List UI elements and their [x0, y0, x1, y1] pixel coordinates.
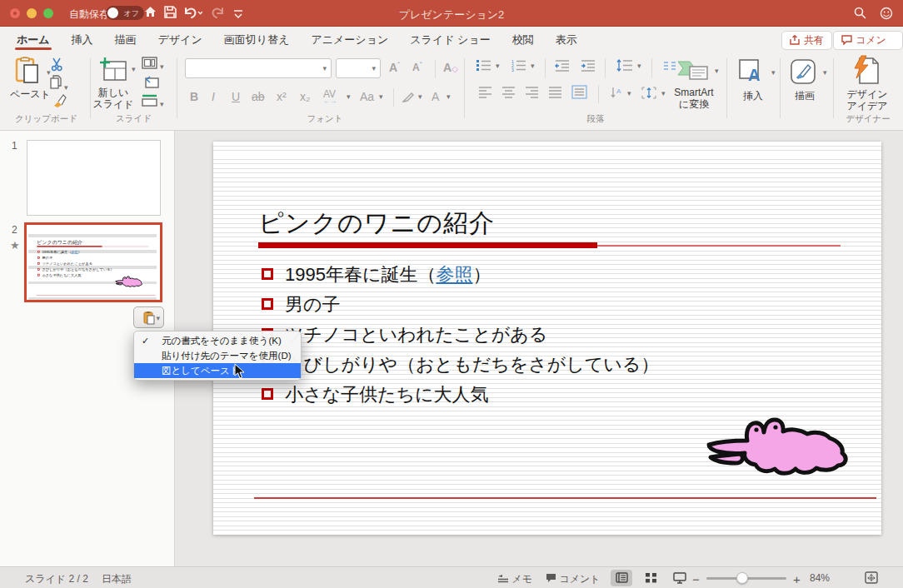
- notes-label: メモ: [511, 573, 532, 585]
- crocodile-drawing[interactable]: [704, 410, 856, 486]
- menu-item-label: 図としてペースト: [162, 366, 240, 376]
- insert-chevron-icon[interactable]: ▾: [771, 68, 776, 77]
- font-color-button[interactable]: A: [432, 90, 439, 103]
- bullet-2-text: 男の子: [285, 292, 341, 317]
- bullets-chevron-icon[interactable]: ▾: [496, 62, 500, 70]
- language-indicator[interactable]: 日本語: [102, 572, 132, 586]
- columns-icon[interactable]: [663, 61, 676, 73]
- menu-item-keep-source-formatting[interactable]: ✓元の書式をそのまま使う(K): [134, 333, 301, 348]
- section-icon[interactable]: ▾: [142, 94, 164, 109]
- reset-slide-icon[interactable]: [143, 76, 159, 91]
- smartart-label-line2: に変換: [666, 98, 721, 110]
- character-spacing-button[interactable]: AV←→: [323, 88, 337, 105]
- smartart-chevron-icon[interactable]: ▾: [715, 67, 719, 75]
- tab-home[interactable]: ホーム: [12, 27, 55, 52]
- change-case-button[interactable]: Aa: [360, 90, 374, 103]
- text-direction-chevron-icon[interactable]: ▾: [627, 89, 631, 97]
- insert-button[interactable]: A▾: [738, 58, 766, 87]
- paste-options-button[interactable]: ▾: [133, 306, 164, 328]
- zoom-slider-thumb[interactable]: [736, 572, 748, 584]
- line-spacing-icon[interactable]: [616, 59, 633, 74]
- slide-2-thumbnail[interactable]: ピンクのワニの紹介 1995年春に誕生（参照） 男の子 ツチノコといわれたことが…: [24, 222, 162, 302]
- superscript-button[interactable]: x²: [277, 90, 287, 103]
- underline-button[interactable]: U: [232, 90, 240, 103]
- paste-button[interactable]: ▾: [15, 57, 40, 87]
- draw-button[interactable]: ▾: [790, 58, 818, 87]
- slide[interactable]: ピンクのワニの紹介 1995年春に誕生（参照） 男の子 ツチノコといわれたことが…: [213, 142, 881, 535]
- tab-transitions[interactable]: 画面切り替え: [219, 27, 295, 52]
- numbering-chevron-icon[interactable]: ▾: [531, 62, 535, 70]
- mini-separator: [393, 88, 394, 107]
- design-ideas-button[interactable]: [851, 55, 880, 89]
- strikethrough-button[interactable]: ab: [252, 90, 265, 103]
- grow-font-button[interactable]: Aˆ: [389, 61, 400, 74]
- smartart-button[interactable]: ▾: [676, 58, 710, 84]
- slide-title[interactable]: ピンクのワニの紹介: [258, 207, 495, 241]
- paste-options-chevron-icon[interactable]: ▾: [156, 314, 160, 322]
- menu-item-paste-as-picture[interactable]: 図としてペースト: [134, 363, 301, 378]
- new-slide-button[interactable]: ▾: [98, 57, 127, 84]
- bullet-1-link[interactable]: 参照: [436, 264, 472, 285]
- tab-draw[interactable]: 描画: [110, 27, 142, 52]
- font-size-combobox[interactable]: ▾: [336, 58, 381, 78]
- highlight-pen-chevron-icon[interactable]: ▾: [418, 92, 422, 101]
- notes-button[interactable]: メモ: [497, 572, 532, 586]
- font-name-combobox[interactable]: ▾: [185, 58, 332, 78]
- bold-button[interactable]: B: [190, 90, 198, 103]
- font-color-chevron-icon[interactable]: ▾: [447, 92, 451, 101]
- tab-view[interactable]: 表示: [551, 27, 582, 52]
- transition-star-icon[interactable]: ★: [10, 239, 20, 252]
- align-text-vertical-icon[interactable]: [641, 87, 656, 102]
- new-slide-chevron-icon[interactable]: ▾: [132, 65, 136, 73]
- normal-view-button[interactable]: [611, 570, 632, 586]
- tab-animations[interactable]: アニメーション: [306, 27, 393, 52]
- line-spacing-chevron-icon[interactable]: ▾: [637, 62, 641, 70]
- increase-indent-icon[interactable]: [581, 59, 596, 74]
- menu-item-use-destination-theme[interactable]: 貼り付け先のテーマを使用(D): [134, 348, 301, 363]
- tab-slideshow[interactable]: スライド ショー: [405, 27, 495, 52]
- format-painter-icon[interactable]: [52, 93, 67, 111]
- zoom-out-button[interactable]: −: [692, 572, 700, 586]
- align-left-icon[interactable]: [478, 87, 492, 101]
- comments-button[interactable]: コメント: [833, 31, 903, 50]
- subscript-button[interactable]: x₂: [300, 90, 310, 103]
- distribute-text-icon[interactable]: [571, 85, 587, 102]
- search-icon[interactable]: [854, 7, 866, 22]
- draw-chevron-icon[interactable]: ▾: [823, 68, 827, 77]
- change-case-chevron-icon[interactable]: ▾: [379, 92, 383, 101]
- designer-group-label: デザイナー: [836, 113, 900, 125]
- slideshow-view-button[interactable]: [669, 570, 691, 586]
- tab-review[interactable]: 校閲: [507, 27, 539, 52]
- slide-1-thumbnail[interactable]: [27, 140, 161, 216]
- comments-statusbar-button[interactable]: コメント: [546, 572, 600, 586]
- slide-sorter-view-button[interactable]: [640, 570, 661, 586]
- bullets-icon[interactable]: [476, 59, 491, 74]
- share-button[interactable]: 共有: [781, 31, 832, 50]
- cut-icon[interactable]: [50, 57, 65, 74]
- clear-formatting-button[interactable]: A◇: [443, 61, 458, 74]
- font-group-label: フォント: [275, 113, 375, 125]
- fit-slide-to-window-icon[interactable]: [865, 571, 878, 586]
- text-direction-icon[interactable]: A: [610, 87, 623, 102]
- copy-icon[interactable]: ▾: [50, 75, 68, 92]
- tab-insert[interactable]: 挿入: [67, 27, 98, 52]
- decrease-indent-icon[interactable]: [555, 59, 570, 74]
- numbering-icon[interactable]: 123: [511, 59, 526, 74]
- justify-icon[interactable]: [548, 87, 562, 101]
- checkbox-bullet-icon: [262, 268, 273, 280]
- align-center-icon[interactable]: [501, 87, 516, 101]
- align-right-icon[interactable]: [525, 87, 539, 101]
- slides-group-label: スライド: [98, 113, 169, 125]
- zoom-in-button[interactable]: +: [793, 572, 801, 586]
- highlight-pen-icon[interactable]: [402, 90, 415, 106]
- shrink-font-button[interactable]: Aˇ: [412, 61, 422, 73]
- italic-button[interactable]: I: [212, 90, 215, 103]
- title-underline: [258, 242, 597, 248]
- tab-design[interactable]: デザイン: [153, 27, 207, 52]
- align-text-chevron-icon[interactable]: ▾: [661, 89, 666, 97]
- character-spacing-chevron-icon[interactable]: ▾: [347, 92, 351, 101]
- account-icon[interactable]: [880, 7, 893, 22]
- slide-layout-icon[interactable]: ▾: [142, 57, 164, 72]
- mini-separator: [598, 85, 599, 103]
- zoom-level[interactable]: 84%: [810, 572, 830, 584]
